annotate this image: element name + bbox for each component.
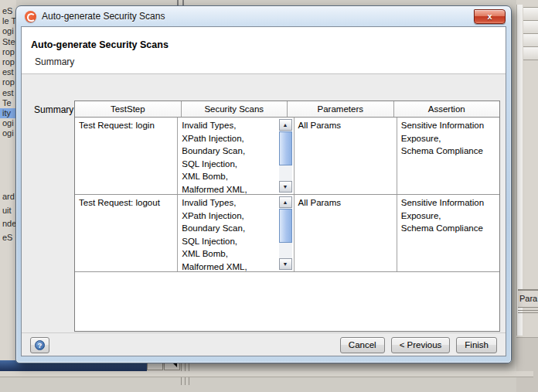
bg-tree-item[interactable]: Step bbox=[0, 37, 16, 47]
bg-right-row bbox=[523, 21, 538, 34]
summary-table: TestStepSecurity ScansParametersAssertio… bbox=[74, 101, 500, 332]
wizard-step-label: Summary bbox=[35, 56, 74, 67]
scrollbar-thumb[interactable] bbox=[279, 131, 292, 165]
bg-left-tree-panel: eSle TogiStepropropestropestTeityogiogia… bbox=[0, 0, 16, 360]
bg-right-bottom bbox=[516, 337, 538, 392]
previous-button[interactable]: < Previous bbox=[391, 337, 451, 353]
auto-generate-security-scans-dialog: Auto-generate Security Scans x Auto-gene… bbox=[15, 5, 512, 363]
scroll-down-icon[interactable]: ▼ bbox=[279, 181, 292, 193]
scroll-down-icon[interactable]: ▼ bbox=[279, 258, 292, 270]
security-scan-item: Invalid Types, bbox=[182, 119, 276, 132]
security-scan-item: Malformed XML, bbox=[182, 183, 276, 194]
dialog-titlebar[interactable]: Auto-generate Security Scans x bbox=[16, 6, 511, 26]
bg-tree-item[interactable]: ard bbox=[0, 192, 16, 202]
vertical-scrollbar[interactable]: ▲▼ bbox=[279, 196, 292, 270]
security-scan-item: SQL Injection, bbox=[182, 158, 276, 171]
cancel-button[interactable]: Cancel bbox=[340, 337, 385, 353]
bg-tree-item[interactable]: ogi bbox=[0, 118, 16, 128]
bg-tree-item[interactable]: nde bbox=[0, 219, 16, 229]
help-icon: ? bbox=[35, 340, 45, 350]
bg-tree-item[interactable]: uit bbox=[0, 206, 16, 216]
bg-lower-strip bbox=[0, 371, 533, 377]
bg-tree-item[interactable]: est bbox=[0, 67, 16, 77]
scroll-up-icon[interactable]: ▲ bbox=[279, 119, 292, 131]
assertion-line: Schema Compliance bbox=[401, 145, 495, 158]
cell-assertion: Sensitive InformationExposure,Schema Com… bbox=[397, 118, 499, 194]
column-header: Parameters bbox=[288, 101, 394, 117]
wizard-buttons: Cancel < Previous Finish bbox=[340, 337, 497, 353]
assertion-line: Schema Compliance bbox=[401, 222, 495, 235]
summary-table-header: TestStepSecurity ScansParametersAssertio… bbox=[75, 101, 499, 118]
bg-tree-item[interactable]: ogi bbox=[0, 26, 16, 36]
close-button[interactable]: x bbox=[474, 9, 506, 24]
security-scan-item: Boundary Scan, bbox=[182, 222, 276, 235]
security-scan-item: XML Bomb, bbox=[182, 170, 276, 183]
cell-teststep: Test Request: login bbox=[75, 118, 178, 194]
help-button[interactable]: ? bbox=[30, 337, 49, 353]
bg-right-row bbox=[523, 34, 538, 47]
table-row: Test Request: loginInvalid Types,XPath I… bbox=[75, 118, 499, 195]
bg-right-row bbox=[523, 8, 538, 21]
bg-tree-item[interactable]: ogi bbox=[0, 128, 16, 138]
security-scan-item: Invalid Types, bbox=[182, 196, 276, 210]
security-scan-item: Malformed XML, bbox=[182, 261, 276, 271]
assertion-line: Exposure, bbox=[401, 210, 495, 223]
table-row: Test Request: logoutInvalid Types,XPath … bbox=[75, 195, 499, 272]
bg-horizontal-line bbox=[0, 377, 533, 377]
cell-security-scans: Invalid Types,XPath Injection,Boundary S… bbox=[178, 118, 294, 194]
cell-teststep: Test Request: logout bbox=[75, 195, 178, 271]
scrollbar-thumb[interactable] bbox=[279, 209, 292, 243]
summary-table-body: Test Request: loginInvalid Types,XPath I… bbox=[75, 118, 499, 272]
security-scan-item: XML Bomb, bbox=[182, 247, 276, 261]
bg-tree-item[interactable]: est bbox=[0, 88, 16, 98]
bg-right-rows bbox=[523, 7, 538, 60]
bg-tree-item[interactable]: eS bbox=[0, 6, 16, 16]
security-scan-item: SQL Injection, bbox=[182, 235, 276, 248]
assertion-line: Exposure, bbox=[401, 132, 495, 145]
cell-security-scans: Invalid Types,XPath Injection,Boundary S… bbox=[178, 195, 294, 271]
soapui-app-icon bbox=[25, 11, 36, 22]
dialog-content: Auto-generate Security Scans Summary Sum… bbox=[21, 26, 506, 356]
security-scan-item: XPath Injection, bbox=[182, 132, 276, 145]
scroll-up-icon[interactable]: ▲ bbox=[279, 196, 292, 208]
security-scan-item: Boundary Scan, bbox=[182, 145, 276, 158]
bg-right-divider bbox=[518, 310, 538, 313]
assertion-line: Sensitive Information bbox=[401, 196, 495, 210]
security-scans-list: Invalid Types,XPath Injection,Boundary S… bbox=[182, 196, 276, 271]
summary-label: Summary: bbox=[34, 104, 77, 115]
finish-button[interactable]: Finish bbox=[456, 337, 497, 353]
bg-tree-item[interactable]: rop bbox=[0, 77, 16, 87]
bg-right-row bbox=[523, 47, 538, 60]
button-bar: ? Cancel < Previous Finish bbox=[22, 332, 506, 356]
column-header: Assertion bbox=[394, 101, 500, 117]
collapse-triangle-icon bbox=[173, 363, 177, 367]
wizard-header: Auto-generate Security Scans Summary bbox=[22, 27, 506, 74]
bg-right-column bbox=[516, 5, 523, 336]
column-header: TestStep bbox=[75, 101, 182, 117]
bg-tree-item[interactable]: le T bbox=[0, 16, 16, 26]
bg-tree-item[interactable]: rop bbox=[0, 57, 16, 67]
bg-right-panel: Para bbox=[516, 0, 538, 392]
vertical-scrollbar[interactable]: ▲▼ bbox=[279, 119, 292, 193]
bg-tree-item[interactable]: ity bbox=[0, 108, 16, 118]
cell-assertion: Sensitive InformationExposure,Schema Com… bbox=[397, 195, 499, 271]
wizard-title: Auto-generate Security Scans bbox=[31, 39, 169, 50]
bg-right-tab[interactable]: Para bbox=[518, 289, 538, 308]
assertion-line: Sensitive Information bbox=[401, 119, 495, 132]
column-header: Security Scans bbox=[182, 101, 288, 117]
cell-parameters: All Params bbox=[295, 118, 397, 194]
dialog-title: Auto-generate Security Scans bbox=[42, 11, 165, 22]
bg-tree-item[interactable]: Te bbox=[0, 98, 16, 108]
wizard-body: Summary: TestStepSecurity ScansParameter… bbox=[22, 75, 506, 332]
bg-tree-item[interactable]: eS bbox=[0, 233, 16, 243]
security-scans-list: Invalid Types,XPath Injection,Boundary S… bbox=[182, 119, 276, 194]
security-scan-item: XPath Injection, bbox=[182, 210, 276, 223]
bg-tree-item[interactable]: rop bbox=[0, 47, 16, 57]
cell-parameters: All Params bbox=[295, 195, 397, 271]
